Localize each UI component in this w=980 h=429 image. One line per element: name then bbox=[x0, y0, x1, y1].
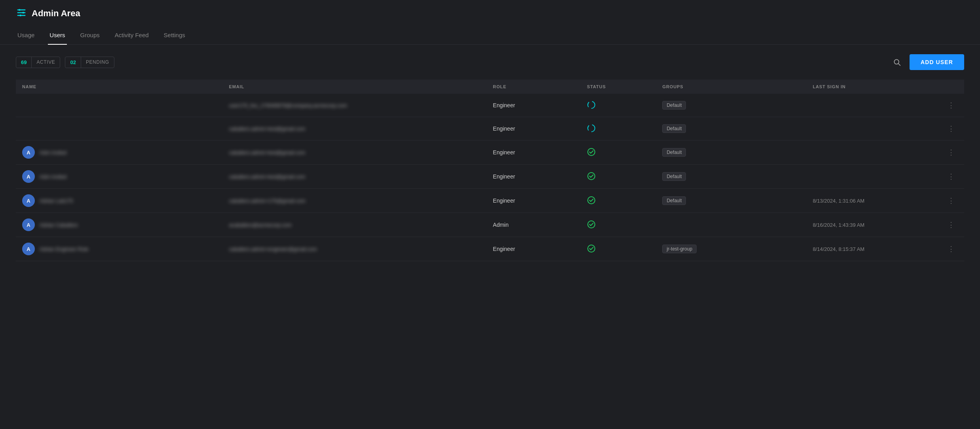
table-row[interactable]: AAdm invitedcaballero.admin+test@gmail.c… bbox=[16, 165, 964, 189]
name-cell: AAdm invited bbox=[16, 140, 222, 165]
groups-cell: Default bbox=[656, 165, 806, 189]
table-row[interactable]: caballero.admin+test@gmail.comEngineerDe… bbox=[16, 117, 964, 140]
svg-point-8 bbox=[588, 101, 595, 108]
page-header: Admin Area bbox=[0, 0, 980, 27]
more-actions-button[interactable]: ⋮ bbox=[944, 146, 958, 158]
col-header-lastsign: LAST SIGN IN bbox=[806, 80, 938, 94]
avatar: A bbox=[22, 170, 35, 183]
col-header-email: EMAIL bbox=[222, 80, 486, 94]
status-cell bbox=[581, 165, 656, 189]
last-signin-cell: 8/16/2024, 1:43:39 AM bbox=[806, 213, 938, 237]
role-cell: Engineer bbox=[486, 94, 581, 117]
actions-cell: ⋮ bbox=[938, 140, 964, 165]
user-name: Adrian Lab175 bbox=[40, 198, 73, 204]
tab-groups[interactable]: Groups bbox=[79, 27, 101, 45]
role-cell: Engineer bbox=[486, 140, 581, 165]
actions-cell: ⋮ bbox=[938, 165, 964, 189]
role-cell: Admin bbox=[486, 213, 581, 237]
avatar: A bbox=[22, 146, 35, 159]
email-cell: acaballero@acmecorp.com bbox=[222, 213, 486, 237]
more-actions-button[interactable]: ⋮ bbox=[944, 171, 958, 182]
svg-point-4 bbox=[22, 12, 24, 14]
tab-users[interactable]: Users bbox=[48, 27, 66, 45]
tab-settings[interactable]: Settings bbox=[162, 27, 187, 45]
user-role: Engineer bbox=[493, 246, 515, 252]
more-actions-button[interactable]: ⋮ bbox=[944, 99, 958, 111]
email-cell: caballero.admin+test@gmail.com bbox=[222, 117, 486, 140]
user-role: Engineer bbox=[493, 197, 515, 204]
user-email: caballero.admin+test@gmail.com bbox=[229, 126, 305, 132]
role-cell: Engineer bbox=[486, 237, 581, 261]
search-button[interactable] bbox=[891, 56, 903, 68]
pending-filter-badge[interactable]: 02 PENDING bbox=[65, 57, 114, 68]
groups-cell: Default bbox=[656, 94, 806, 117]
last-signin-cell: 8/14/2024, 8:15:37 AM bbox=[806, 237, 938, 261]
user-role: Engineer bbox=[493, 149, 515, 156]
status-pending-icon bbox=[587, 101, 596, 109]
actions-cell: ⋮ bbox=[938, 94, 964, 117]
table-row[interactable]: AAdm invitedcaballero.admin+test@gmail.c… bbox=[16, 140, 964, 165]
svg-point-13 bbox=[588, 221, 595, 228]
user-email: acaballero@acmecorp.com bbox=[229, 222, 291, 228]
user-role: Engineer bbox=[493, 125, 515, 132]
role-cell: Engineer bbox=[486, 165, 581, 189]
svg-point-11 bbox=[588, 173, 595, 180]
more-actions-button[interactable]: ⋮ bbox=[944, 219, 958, 231]
groups-cell bbox=[656, 213, 806, 237]
svg-point-10 bbox=[588, 148, 595, 156]
name-cell bbox=[16, 117, 222, 140]
col-header-groups: GROUPS bbox=[656, 80, 806, 94]
more-actions-button[interactable]: ⋮ bbox=[944, 243, 958, 255]
users-table: NAME EMAIL ROLE STATUS GROUPS LAST SIGN … bbox=[16, 80, 964, 261]
more-actions-button[interactable]: ⋮ bbox=[944, 123, 958, 135]
last-signin-value: 8/16/2024, 1:43:39 AM bbox=[813, 222, 864, 228]
status-cell bbox=[581, 140, 656, 165]
table-row[interactable]: user170_foo_170040879@company.acmecorp.c… bbox=[16, 94, 964, 117]
user-email: user170_foo_170040879@company.acmecorp.c… bbox=[229, 103, 347, 108]
table-row[interactable]: AAdrian Engineer Rolecaballero.admin+eng… bbox=[16, 237, 964, 261]
status-cell bbox=[581, 213, 656, 237]
user-email: caballero.admin+test@gmail.com bbox=[229, 174, 305, 180]
col-header-role: ROLE bbox=[486, 80, 581, 94]
table-row[interactable]: AAdrian Caballeroacaballero@acmecorp.com… bbox=[16, 213, 964, 237]
status-active-icon bbox=[587, 172, 596, 180]
add-user-button[interactable]: ADD USER bbox=[910, 54, 964, 70]
name-cell: AAdrian Lab175 bbox=[16, 189, 222, 213]
group-badge: Default bbox=[662, 172, 686, 181]
sliders-icon bbox=[16, 7, 27, 20]
table-header: NAME EMAIL ROLE STATUS GROUPS LAST SIGN … bbox=[16, 80, 964, 94]
pending-label: PENDING bbox=[81, 57, 114, 67]
svg-point-12 bbox=[588, 197, 595, 204]
group-badge: Default bbox=[662, 124, 686, 133]
table-row[interactable]: AAdrian Lab175caballero.admin+175@gmail.… bbox=[16, 189, 964, 213]
actions-cell: ⋮ bbox=[938, 117, 964, 140]
email-cell: caballero.admin+175@gmail.com bbox=[222, 189, 486, 213]
more-actions-button[interactable]: ⋮ bbox=[944, 195, 958, 207]
status-active-icon bbox=[587, 220, 596, 229]
email-cell: caballero.admin+test@gmail.com bbox=[222, 140, 486, 165]
group-badge: Default bbox=[662, 196, 686, 205]
avatar: A bbox=[22, 243, 35, 255]
last-signin-cell bbox=[806, 165, 938, 189]
svg-point-3 bbox=[19, 9, 21, 11]
active-filter-badge[interactable]: 69 ACTIVE bbox=[16, 57, 60, 68]
status-cell bbox=[581, 117, 656, 140]
tab-activity-feed[interactable]: Activity Feed bbox=[113, 27, 150, 45]
name-cell: AAdrian Engineer Role bbox=[16, 237, 222, 261]
last-signin-cell: 8/13/2024, 1:31:06 AM bbox=[806, 189, 938, 213]
name-cell: AAdm invited bbox=[16, 165, 222, 189]
users-table-container: NAME EMAIL ROLE STATUS GROUPS LAST SIGN … bbox=[0, 80, 980, 261]
filter-group: 69 ACTIVE 02 PENDING bbox=[16, 57, 114, 68]
last-signin-cell bbox=[806, 117, 938, 140]
user-role: Engineer bbox=[493, 102, 515, 108]
user-email: caballero.admin+175@gmail.com bbox=[229, 198, 306, 204]
status-active-icon bbox=[587, 244, 596, 253]
avatar: A bbox=[22, 218, 35, 231]
group-badge: Default bbox=[662, 148, 686, 157]
status-cell bbox=[581, 237, 656, 261]
active-count: 69 bbox=[16, 57, 32, 68]
user-name: Adm invited bbox=[40, 174, 66, 180]
col-header-actions bbox=[938, 80, 964, 94]
tab-usage[interactable]: Usage bbox=[16, 27, 36, 45]
user-email: caballero.admin+engineer@gmail.com bbox=[229, 246, 317, 252]
